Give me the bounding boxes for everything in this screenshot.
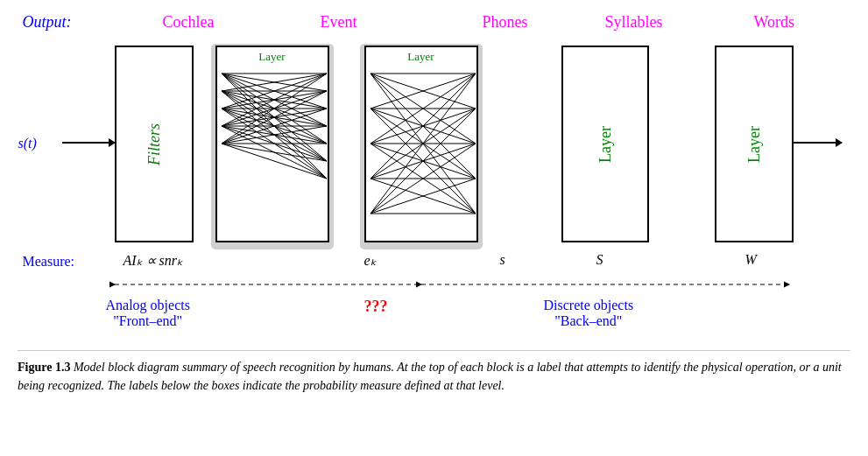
output-arrow	[789, 142, 842, 144]
measure-syllables: S	[596, 252, 603, 268]
svg-line-33	[222, 126, 327, 179]
syllables-layer-label: Layer	[596, 126, 614, 163]
measure-label: Measure:	[23, 254, 75, 270]
measure-words: W	[745, 252, 757, 268]
event-layer-label: Layer	[407, 50, 434, 64]
words-label: Words	[754, 13, 795, 32]
filter-box: Filters	[115, 46, 194, 242]
event-network-svg	[366, 47, 480, 244]
diagram-area: Output: Cochlea Event Phones Syllables W…	[18, 9, 850, 341]
back-end-label: "Back–end"	[544, 313, 634, 329]
front-end-label: "Front–end"	[106, 313, 190, 329]
caption-text: Model block diagram summary of speech re…	[18, 361, 842, 392]
input-signal: s(t)	[18, 136, 37, 151]
svg-line-34	[222, 144, 327, 179]
output-label: Output:	[23, 13, 72, 32]
figure-number: Figure 1.3	[18, 361, 70, 374]
syllables-label: Syllables	[605, 13, 663, 32]
cochlea-label: Cochlea	[163, 13, 215, 32]
event-label: Event	[321, 13, 357, 32]
words-layer-label: Layer	[745, 126, 763, 163]
event-box: Layer	[364, 46, 478, 242]
measure-phones: s	[500, 252, 505, 268]
analog-objects-label: Analog objects	[106, 298, 190, 313]
svg-line-31	[222, 91, 327, 179]
measure-analog: AIₖ ∝ snrₖ	[123, 252, 184, 269]
measure-event: eₖ	[364, 252, 377, 269]
filter-label: Filters	[145, 123, 163, 165]
discrete-objects-label: Discrete objects	[544, 298, 634, 313]
cochlea-layer-label: Layer	[258, 50, 285, 64]
cochlea-box: Layer	[215, 46, 329, 242]
cochlea-network-svg	[217, 47, 331, 244]
question-marks-label: ???	[364, 298, 388, 316]
phones-label: Phones	[483, 13, 528, 32]
svg-line-25	[222, 74, 327, 161]
input-arrow	[62, 142, 115, 144]
analog-section: Analog objects "Front–end"	[106, 298, 190, 329]
syllables-box: Layer	[561, 46, 649, 242]
words-box: Layer	[715, 46, 794, 242]
discrete-section: Discrete objects "Back–end"	[544, 298, 634, 329]
figure-caption: Figure 1.3 Model block diagram summary o…	[18, 350, 850, 395]
